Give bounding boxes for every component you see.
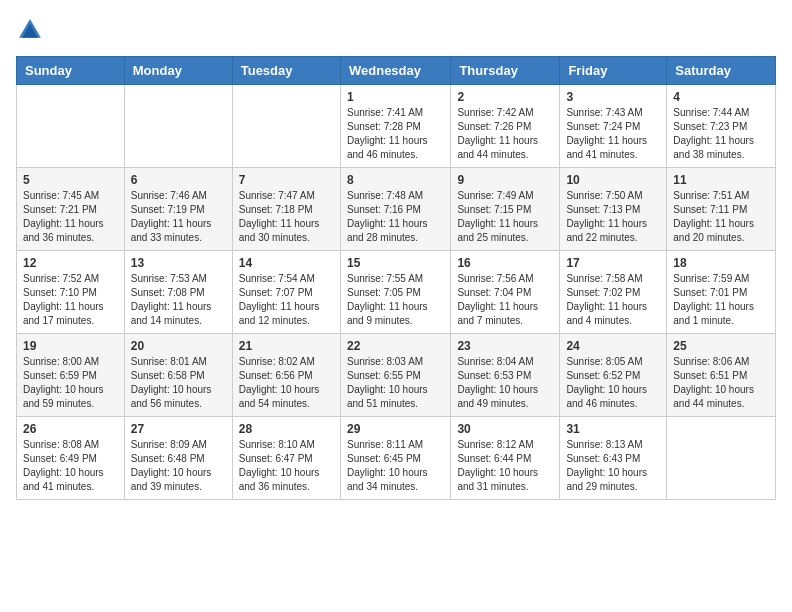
calendar-cell: 6Sunrise: 7:46 AM Sunset: 7:19 PM Daylig…	[124, 168, 232, 251]
page-header	[16, 16, 776, 44]
day-info: Sunrise: 7:51 AM Sunset: 7:11 PM Dayligh…	[673, 189, 769, 245]
col-header-saturday: Saturday	[667, 57, 776, 85]
calendar-table: SundayMondayTuesdayWednesdayThursdayFrid…	[16, 56, 776, 500]
calendar-cell: 26Sunrise: 8:08 AM Sunset: 6:49 PM Dayli…	[17, 417, 125, 500]
day-number: 10	[566, 173, 660, 187]
col-header-tuesday: Tuesday	[232, 57, 340, 85]
calendar-cell: 16Sunrise: 7:56 AM Sunset: 7:04 PM Dayli…	[451, 251, 560, 334]
day-info: Sunrise: 7:43 AM Sunset: 7:24 PM Dayligh…	[566, 106, 660, 162]
calendar-cell: 12Sunrise: 7:52 AM Sunset: 7:10 PM Dayli…	[17, 251, 125, 334]
day-info: Sunrise: 8:13 AM Sunset: 6:43 PM Dayligh…	[566, 438, 660, 494]
day-number: 18	[673, 256, 769, 270]
col-header-friday: Friday	[560, 57, 667, 85]
calendar-cell: 22Sunrise: 8:03 AM Sunset: 6:55 PM Dayli…	[340, 334, 450, 417]
col-header-thursday: Thursday	[451, 57, 560, 85]
calendar-cell: 23Sunrise: 8:04 AM Sunset: 6:53 PM Dayli…	[451, 334, 560, 417]
day-info: Sunrise: 8:08 AM Sunset: 6:49 PM Dayligh…	[23, 438, 118, 494]
day-info: Sunrise: 8:04 AM Sunset: 6:53 PM Dayligh…	[457, 355, 553, 411]
calendar-cell: 21Sunrise: 8:02 AM Sunset: 6:56 PM Dayli…	[232, 334, 340, 417]
day-number: 9	[457, 173, 553, 187]
day-info: Sunrise: 8:01 AM Sunset: 6:58 PM Dayligh…	[131, 355, 226, 411]
calendar-cell: 7Sunrise: 7:47 AM Sunset: 7:18 PM Daylig…	[232, 168, 340, 251]
day-number: 21	[239, 339, 334, 353]
day-number: 28	[239, 422, 334, 436]
calendar-cell: 1Sunrise: 7:41 AM Sunset: 7:28 PM Daylig…	[340, 85, 450, 168]
calendar-week-row: 5Sunrise: 7:45 AM Sunset: 7:21 PM Daylig…	[17, 168, 776, 251]
day-info: Sunrise: 8:00 AM Sunset: 6:59 PM Dayligh…	[23, 355, 118, 411]
calendar-cell: 11Sunrise: 7:51 AM Sunset: 7:11 PM Dayli…	[667, 168, 776, 251]
day-number: 26	[23, 422, 118, 436]
calendar-cell	[667, 417, 776, 500]
day-info: Sunrise: 8:06 AM Sunset: 6:51 PM Dayligh…	[673, 355, 769, 411]
day-number: 8	[347, 173, 444, 187]
day-number: 12	[23, 256, 118, 270]
day-info: Sunrise: 8:05 AM Sunset: 6:52 PM Dayligh…	[566, 355, 660, 411]
calendar-cell: 28Sunrise: 8:10 AM Sunset: 6:47 PM Dayli…	[232, 417, 340, 500]
day-info: Sunrise: 7:50 AM Sunset: 7:13 PM Dayligh…	[566, 189, 660, 245]
calendar-cell: 29Sunrise: 8:11 AM Sunset: 6:45 PM Dayli…	[340, 417, 450, 500]
day-info: Sunrise: 7:53 AM Sunset: 7:08 PM Dayligh…	[131, 272, 226, 328]
calendar-week-row: 12Sunrise: 7:52 AM Sunset: 7:10 PM Dayli…	[17, 251, 776, 334]
col-header-wednesday: Wednesday	[340, 57, 450, 85]
calendar-cell: 20Sunrise: 8:01 AM Sunset: 6:58 PM Dayli…	[124, 334, 232, 417]
day-number: 6	[131, 173, 226, 187]
day-info: Sunrise: 7:59 AM Sunset: 7:01 PM Dayligh…	[673, 272, 769, 328]
logo-icon	[16, 16, 44, 44]
calendar-cell: 19Sunrise: 8:00 AM Sunset: 6:59 PM Dayli…	[17, 334, 125, 417]
calendar-cell: 18Sunrise: 7:59 AM Sunset: 7:01 PM Dayli…	[667, 251, 776, 334]
calendar-cell: 17Sunrise: 7:58 AM Sunset: 7:02 PM Dayli…	[560, 251, 667, 334]
day-number: 15	[347, 256, 444, 270]
calendar-cell: 2Sunrise: 7:42 AM Sunset: 7:26 PM Daylig…	[451, 85, 560, 168]
day-number: 30	[457, 422, 553, 436]
day-info: Sunrise: 7:55 AM Sunset: 7:05 PM Dayligh…	[347, 272, 444, 328]
day-number: 3	[566, 90, 660, 104]
calendar-cell: 15Sunrise: 7:55 AM Sunset: 7:05 PM Dayli…	[340, 251, 450, 334]
day-info: Sunrise: 8:09 AM Sunset: 6:48 PM Dayligh…	[131, 438, 226, 494]
calendar-cell	[17, 85, 125, 168]
day-info: Sunrise: 7:46 AM Sunset: 7:19 PM Dayligh…	[131, 189, 226, 245]
day-number: 16	[457, 256, 553, 270]
calendar-cell	[124, 85, 232, 168]
day-number: 24	[566, 339, 660, 353]
calendar-cell: 25Sunrise: 8:06 AM Sunset: 6:51 PM Dayli…	[667, 334, 776, 417]
day-info: Sunrise: 8:12 AM Sunset: 6:44 PM Dayligh…	[457, 438, 553, 494]
day-number: 11	[673, 173, 769, 187]
day-info: Sunrise: 7:52 AM Sunset: 7:10 PM Dayligh…	[23, 272, 118, 328]
day-info: Sunrise: 7:45 AM Sunset: 7:21 PM Dayligh…	[23, 189, 118, 245]
calendar-cell: 13Sunrise: 7:53 AM Sunset: 7:08 PM Dayli…	[124, 251, 232, 334]
calendar-cell: 30Sunrise: 8:12 AM Sunset: 6:44 PM Dayli…	[451, 417, 560, 500]
calendar-cell: 14Sunrise: 7:54 AM Sunset: 7:07 PM Dayli…	[232, 251, 340, 334]
day-info: Sunrise: 7:49 AM Sunset: 7:15 PM Dayligh…	[457, 189, 553, 245]
calendar-header-row: SundayMondayTuesdayWednesdayThursdayFrid…	[17, 57, 776, 85]
calendar-cell: 27Sunrise: 8:09 AM Sunset: 6:48 PM Dayli…	[124, 417, 232, 500]
calendar-cell: 3Sunrise: 7:43 AM Sunset: 7:24 PM Daylig…	[560, 85, 667, 168]
day-info: Sunrise: 7:44 AM Sunset: 7:23 PM Dayligh…	[673, 106, 769, 162]
calendar-cell: 5Sunrise: 7:45 AM Sunset: 7:21 PM Daylig…	[17, 168, 125, 251]
calendar-week-row: 26Sunrise: 8:08 AM Sunset: 6:49 PM Dayli…	[17, 417, 776, 500]
day-number: 27	[131, 422, 226, 436]
day-info: Sunrise: 7:54 AM Sunset: 7:07 PM Dayligh…	[239, 272, 334, 328]
day-info: Sunrise: 7:58 AM Sunset: 7:02 PM Dayligh…	[566, 272, 660, 328]
calendar-cell: 31Sunrise: 8:13 AM Sunset: 6:43 PM Dayli…	[560, 417, 667, 500]
calendar-cell: 24Sunrise: 8:05 AM Sunset: 6:52 PM Dayli…	[560, 334, 667, 417]
day-number: 29	[347, 422, 444, 436]
day-number: 5	[23, 173, 118, 187]
day-info: Sunrise: 8:02 AM Sunset: 6:56 PM Dayligh…	[239, 355, 334, 411]
calendar-cell: 4Sunrise: 7:44 AM Sunset: 7:23 PM Daylig…	[667, 85, 776, 168]
day-number: 7	[239, 173, 334, 187]
col-header-sunday: Sunday	[17, 57, 125, 85]
calendar-week-row: 1Sunrise: 7:41 AM Sunset: 7:28 PM Daylig…	[17, 85, 776, 168]
logo	[16, 16, 48, 44]
day-number: 22	[347, 339, 444, 353]
day-number: 31	[566, 422, 660, 436]
calendar-week-row: 19Sunrise: 8:00 AM Sunset: 6:59 PM Dayli…	[17, 334, 776, 417]
day-number: 25	[673, 339, 769, 353]
day-number: 14	[239, 256, 334, 270]
day-number: 19	[23, 339, 118, 353]
day-info: Sunrise: 7:47 AM Sunset: 7:18 PM Dayligh…	[239, 189, 334, 245]
day-info: Sunrise: 8:03 AM Sunset: 6:55 PM Dayligh…	[347, 355, 444, 411]
calendar-cell: 9Sunrise: 7:49 AM Sunset: 7:15 PM Daylig…	[451, 168, 560, 251]
day-info: Sunrise: 7:48 AM Sunset: 7:16 PM Dayligh…	[347, 189, 444, 245]
day-number: 23	[457, 339, 553, 353]
calendar-cell: 10Sunrise: 7:50 AM Sunset: 7:13 PM Dayli…	[560, 168, 667, 251]
